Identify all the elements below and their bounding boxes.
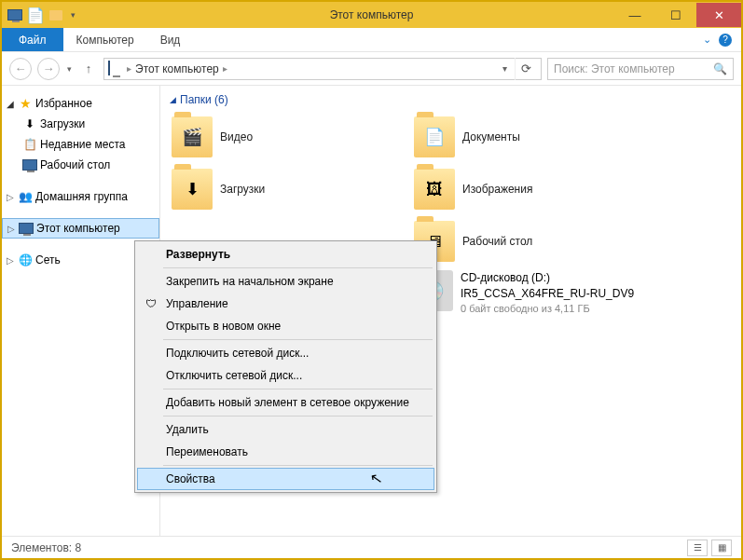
folder-label: Изображения <box>462 183 532 196</box>
qat-pc-icon[interactable] <box>7 7 22 22</box>
sidebar-item-homegroup[interactable]: ▷ 👥 Домашняя группа <box>2 186 159 207</box>
history-dropdown-icon[interactable]: ▾ <box>65 64 74 74</box>
sidebar-label: Недавние места <box>40 138 125 151</box>
drive-freespace: 0 байт свободно из 4,11 ГБ <box>461 302 634 316</box>
cm-manage[interactable]: 🛡 Управление <box>137 293 434 315</box>
sidebar-label: Загрузки <box>40 117 85 130</box>
cm-map-drive[interactable]: Подключить сетевой диск... <box>137 342 434 364</box>
breadcrumb[interactable]: ▸ Этот компьютер ▸ ▾ ⟳ <box>103 58 542 80</box>
minimize-button[interactable]: — <box>614 3 655 27</box>
sidebar-label: Сеть <box>35 253 61 266</box>
drive-name: CD-дисковод (D:) <box>461 270 634 286</box>
ribbon-expand-icon[interactable]: ⌄ <box>703 34 711 46</box>
folder-item-documents[interactable]: 📄 Документы <box>412 114 645 160</box>
view-details-button[interactable]: ☰ <box>687 540 708 556</box>
folder-item-desktop[interactable]: 🖥 Рабочий стол <box>412 218 645 265</box>
recent-icon: 📋 <box>22 137 37 152</box>
cm-expand[interactable]: Развернуть <box>137 243 434 266</box>
sidebar-label: Домашняя группа <box>35 190 128 203</box>
search-icon[interactable]: 🔍 <box>713 62 727 75</box>
file-tab[interactable]: Файл <box>2 28 63 51</box>
folder-icon: 🖼 <box>414 169 455 210</box>
sidebar-item-this-pc[interactable]: ▷ Этот компьютер <box>2 218 159 239</box>
up-button[interactable]: ↑ <box>79 60 98 78</box>
folder-icon: 🎬 <box>172 116 213 157</box>
folder-icon: 📄 <box>414 116 455 157</box>
context-menu: Развернуть Закрепить на начальном экране… <box>134 240 437 493</box>
statusbar: Элементов: 8 ☰ ▦ <box>2 536 741 558</box>
search-placeholder: Поиск: Этот компьютер <box>554 62 675 75</box>
sidebar-item-favorites[interactable]: ◢ ★ Избранное <box>2 93 159 114</box>
cm-delete[interactable]: Удалить <box>137 418 434 441</box>
menubar: Файл Компьютер Вид ⌄ ? <box>2 28 741 52</box>
folder-item-video[interactable]: 🎬 Видео <box>170 114 403 160</box>
folders-section-header[interactable]: ◢ Папки (6) <box>170 93 732 106</box>
cm-pin-start[interactable]: Закрепить на начальном экране <box>137 270 434 293</box>
search-input[interactable]: Поиск: Этот компьютер 🔍 <box>547 58 734 80</box>
folder-label: Рабочий стол <box>462 235 532 248</box>
sidebar-item-recent[interactable]: 📋 Недавние места <box>2 134 159 155</box>
sidebar-item-downloads[interactable]: ⬇ Загрузки <box>2 114 159 134</box>
sidebar-label: Этот компьютер <box>36 222 120 235</box>
titlebar: 📄 ▾ Этот компьютер — ☐ ✕ <box>2 2 741 28</box>
sidebar-label: Избранное <box>35 97 92 110</box>
qat-folder-icon[interactable] <box>48 7 63 22</box>
expand-arrow-icon[interactable]: ◢ <box>6 99 15 109</box>
folder-icon: ⬇ <box>172 169 213 210</box>
maximize-button[interactable]: ☐ <box>655 3 696 27</box>
breadcrumb-sep-icon[interactable]: ▸ <box>127 63 131 74</box>
menu-view[interactable]: Вид <box>147 28 194 51</box>
cm-add-network-location[interactable]: Добавить новый элемент в сетевое окружен… <box>137 391 434 414</box>
menu-computer[interactable]: Компьютер <box>63 28 147 51</box>
cm-rename[interactable]: Переименовать <box>137 441 434 463</box>
folder-label: Документы <box>462 130 520 143</box>
breadcrumb-sep-icon[interactable]: ▸ <box>223 63 227 74</box>
cm-open-new-window[interactable]: Открыть в новом окне <box>137 315 434 337</box>
sidebar-label: Рабочий стол <box>40 158 110 171</box>
back-button[interactable]: ← <box>9 58 32 80</box>
drive-item-cd[interactable]: 💿 CD-дисковод (D:) IR5_CCSA_X64FRE_RU-RU… <box>412 270 645 326</box>
window-title: Этот компьютер <box>330 8 414 21</box>
cm-label: Управление <box>166 297 228 310</box>
cm-disconnect-drive[interactable]: Отключить сетевой диск... <box>137 364 434 387</box>
breadcrumb-pc-icon <box>108 61 123 76</box>
downloads-icon: ⬇ <box>22 116 37 131</box>
view-tiles-button[interactable]: ▦ <box>711 540 732 556</box>
status-element-count: Элементов: 8 <box>11 541 81 554</box>
drive-label: IR5_CCSA_X64FRE_RU-RU_DV9 <box>461 286 634 302</box>
desktop-icon <box>22 157 37 172</box>
expand-arrow-icon[interactable]: ▷ <box>6 192 15 202</box>
homegroup-icon: 👥 <box>18 189 33 204</box>
star-icon: ★ <box>18 96 33 111</box>
folder-label: Видео <box>220 130 253 143</box>
forward-button[interactable]: → <box>37 58 60 80</box>
shield-icon: 🛡 <box>144 296 158 311</box>
section-title: Папки (6) <box>180 93 228 106</box>
help-icon[interactable]: ? <box>719 34 732 47</box>
folder-label: Загрузки <box>220 183 265 196</box>
sidebar-item-desktop[interactable]: Рабочий стол <box>2 155 159 175</box>
folder-item-pictures[interactable]: 🖼 Изображения <box>412 166 645 212</box>
breadcrumb-dropdown-icon[interactable]: ▾ <box>499 63 511 74</box>
breadcrumb-location[interactable]: Этот компьютер <box>135 62 219 75</box>
refresh-button[interactable]: ⟳ <box>515 58 537 80</box>
address-bar: ← → ▾ ↑ ▸ Этот компьютер ▸ ▾ ⟳ Поиск: Эт… <box>2 52 741 86</box>
folder-item-downloads[interactable]: ⬇ Загрузки <box>170 166 403 212</box>
expand-arrow-icon[interactable]: ▷ <box>7 224 16 234</box>
close-button[interactable]: ✕ <box>696 3 741 27</box>
qat-properties-icon[interactable]: 📄 <box>28 7 43 22</box>
pc-icon <box>19 221 34 236</box>
collapse-arrow-icon[interactable]: ◢ <box>170 95 176 104</box>
qat-dropdown-icon[interactable]: ▾ <box>71 10 76 20</box>
network-icon: 🌐 <box>18 253 33 267</box>
cm-properties[interactable]: Свойства <box>137 468 434 490</box>
expand-arrow-icon[interactable]: ▷ <box>6 255 15 266</box>
